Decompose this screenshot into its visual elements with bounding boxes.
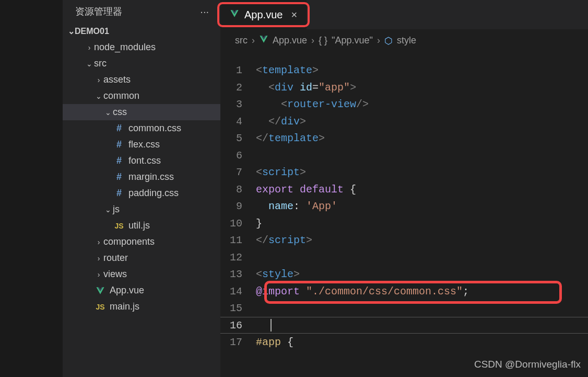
tree-file[interactable]: JSmain.js <box>63 299 220 315</box>
chevron-down-icon: ⌄ <box>68 26 75 36</box>
chevron-right-icon: › <box>94 238 103 246</box>
line-number: 7 <box>230 164 242 181</box>
explorer-sidebar: 资源管理器 ··· ⌄ DEMO01 ›node_modules ⌄src ›a… <box>63 0 220 377</box>
tree-folder[interactable]: ›assets <box>63 72 220 88</box>
chevron-right-icon: › <box>85 43 94 52</box>
tree-label: common.css <box>128 123 181 134</box>
line-number: 10 <box>230 215 242 233</box>
tree-label: common <box>103 90 139 101</box>
tree-file[interactable]: #flex.css <box>63 136 220 153</box>
vue-icon <box>230 9 239 20</box>
tree-label: assets <box>103 74 131 85</box>
cursor <box>271 319 272 332</box>
tree-label: router <box>103 253 128 264</box>
tree-label: views <box>103 269 127 280</box>
code-editor[interactable]: 1 2 3 4 5 6 7 8 9 10 11 12 13 14 15 16 1… <box>220 52 588 377</box>
tree-folder[interactable]: ›node_modules <box>63 39 220 55</box>
chevron-right-icon: › <box>94 76 103 84</box>
tree-file[interactable]: App.vue <box>63 282 220 299</box>
line-number: 4 <box>230 113 242 131</box>
chevron-right-icon: › <box>94 270 103 279</box>
breadcrumbs[interactable]: src › App.vue › { } "App.vue" › ⬡ style <box>220 29 588 52</box>
vue-icon <box>94 286 107 295</box>
tree-label: src <box>94 58 107 69</box>
line-number: 13 <box>230 266 242 283</box>
editor-area: App.vue × src › App.vue › { } "App.vue" … <box>220 0 588 377</box>
line-number: 3 <box>230 96 242 113</box>
line-number: 2 <box>230 79 242 97</box>
tabs-bar: App.vue × <box>220 0 588 29</box>
tree-label: node_modules <box>94 42 156 53</box>
tree-label: App.vue <box>110 285 144 296</box>
tree-label: flex.css <box>128 139 160 150</box>
line-number: 17 <box>230 334 242 351</box>
vue-icon <box>259 35 268 47</box>
tree-file[interactable]: #font.css <box>63 153 220 169</box>
tree-label: components <box>103 236 155 247</box>
line-number: 15 <box>230 300 242 317</box>
explorer-title: 资源管理器 <box>75 5 122 18</box>
js-icon: JS <box>113 222 125 230</box>
tree-label: js <box>113 204 120 215</box>
tab-label: App.vue <box>244 9 283 21</box>
tree-file[interactable]: #padding.css <box>63 185 220 201</box>
chevron-down-icon: ⌄ <box>85 60 94 68</box>
tree-folder[interactable]: ›components <box>63 234 220 250</box>
line-number: 6 <box>230 147 242 165</box>
watermark: CSDN @Dormiveglia-flx <box>474 356 581 373</box>
tree-label: font.css <box>128 155 161 166</box>
package-icon: ⬡ <box>384 35 393 47</box>
breadcrumb-item[interactable]: App.vue <box>273 35 307 46</box>
chevron-right-icon: › <box>311 35 314 46</box>
css-icon: # <box>113 188 125 199</box>
tree-folder[interactable]: ⌄css <box>63 104 220 120</box>
js-icon: JS <box>94 303 107 311</box>
line-number: 9 <box>230 198 242 215</box>
tree-folder[interactable]: ⌄js <box>63 201 220 218</box>
active-line-indicator <box>220 317 588 334</box>
css-icon: # <box>113 155 125 166</box>
tree-label: padding.css <box>128 188 179 199</box>
tree-label: margin.css <box>128 172 174 182</box>
project-name: DEMO01 <box>75 27 109 36</box>
explorer-header: 资源管理器 ··· <box>63 0 220 23</box>
tree-folder[interactable]: ›views <box>63 266 220 282</box>
more-icon[interactable]: ··· <box>200 6 212 18</box>
tree-folder[interactable]: ⌄common <box>63 88 220 104</box>
breadcrumb-item[interactable]: style <box>397 35 416 46</box>
tree-label: main.js <box>110 301 139 312</box>
close-icon[interactable]: × <box>291 9 297 21</box>
line-number: 11 <box>230 232 242 249</box>
chevron-down-icon: ⌄ <box>103 108 113 117</box>
line-number: 14 <box>230 283 242 301</box>
tree-label: util.js <box>128 220 150 231</box>
tree-label: css <box>113 107 127 118</box>
chevron-right-icon: › <box>252 35 255 46</box>
line-number: 5 <box>230 130 242 147</box>
css-icon: # <box>113 139 125 150</box>
chevron-right-icon: › <box>94 254 103 262</box>
line-number: 12 <box>230 249 242 267</box>
tree-folder[interactable]: ›router <box>63 250 220 266</box>
chevron-down-icon: ⌄ <box>94 92 103 100</box>
activity-bar-gap <box>0 0 63 377</box>
tab-app-vue[interactable]: App.vue × <box>220 0 307 29</box>
line-number: 1 <box>230 62 242 79</box>
css-icon: # <box>113 172 125 182</box>
chevron-down-icon: ⌄ <box>103 205 113 214</box>
tree-folder[interactable]: ⌄src <box>63 55 220 72</box>
file-tree: ›node_modules ⌄src ›assets ⌄common ⌄css … <box>63 39 220 377</box>
tree-file[interactable]: #margin.css <box>63 169 220 185</box>
tree-file[interactable]: JSutil.js <box>63 218 220 234</box>
breadcrumb-item[interactable]: "App.vue" <box>332 35 373 46</box>
project-header[interactable]: ⌄ DEMO01 <box>63 23 220 39</box>
breadcrumb-item[interactable]: src <box>235 35 248 46</box>
css-icon: # <box>113 123 125 134</box>
line-number: 8 <box>230 181 242 199</box>
chevron-right-icon: › <box>377 35 380 46</box>
tree-file[interactable]: #common.css <box>63 120 220 136</box>
braces-icon: { } <box>319 35 327 46</box>
